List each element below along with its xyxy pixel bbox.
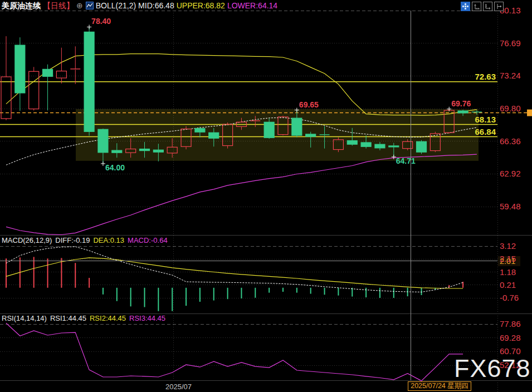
boll-upper-value: UPPER:68.82	[177, 1, 225, 10]
svg-text:2.15: 2.15	[500, 254, 516, 263]
svg-text:73.24: 73.24	[500, 71, 521, 80]
circle-plus-icon[interactable]: ⊕	[76, 1, 83, 10]
svg-text:-0.76: -0.76	[500, 293, 519, 302]
macd-macd-value: MACD:-0.64	[128, 236, 168, 244]
rsi-indicator-label[interactable]: RSI(14,14,14)	[2, 314, 47, 322]
rsi3-value: RSI3:44.45	[129, 314, 165, 322]
macd-indicator-label[interactable]: MACD(26,12,9)	[2, 236, 52, 244]
svg-text:1.18: 1.18	[500, 267, 516, 277]
svg-text:69.28: 69.28	[500, 333, 521, 342]
macd-dea-value: DEA:0.13	[93, 236, 124, 244]
rsi-pane	[6, 323, 463, 381]
svg-text:69.80: 69.80	[500, 104, 521, 113]
gridlines	[0, 11, 532, 392]
time-axis-month-label: 2025/07	[165, 383, 192, 391]
main-header: 美原油连续【日线】⊕BOLL(21,2)MID:66.48UPPER:68.82…	[2, 1, 280, 11]
boll-indicator-label[interactable]: BOLL(21,2)	[96, 1, 136, 10]
chart-app-window: 78.4064.0069.6564.7169.76 2.01 80.1376.6…	[0, 0, 532, 392]
svg-text:76.69: 76.69	[500, 38, 521, 48]
svg-text:3.12: 3.12	[500, 241, 516, 251]
price-axis-scale-icon[interactable]	[472, 2, 481, 11]
rsi2-value: RSI2:44.45	[90, 314, 126, 322]
svg-text:62.92: 62.92	[500, 169, 521, 178]
svg-text:78.40: 78.40	[91, 17, 111, 26]
svg-text:0.21: 0.21	[500, 280, 516, 290]
time-axis-scale-icon[interactable]	[483, 2, 492, 11]
svg-text:69.76: 69.76	[451, 99, 471, 108]
crosshair: 2.01	[0, 11, 520, 380]
rsi-header: RSI(14,14,14)RSI1:44.45RSI2:44.45RSI3:44…	[2, 314, 169, 322]
svg-text:64.00: 64.00	[105, 163, 125, 172]
svg-text:66.84: 66.84	[475, 127, 496, 136]
rsi1-value: RSI1:44.45	[50, 314, 86, 322]
indicator-chart-icon[interactable]	[86, 2, 94, 11]
boll-lower-value: LOWER:64.14	[227, 1, 277, 10]
boll-mid-value: MID:66.48	[138, 1, 174, 10]
crosshair-tool-icon[interactable]	[461, 2, 470, 11]
pan-right-icon[interactable]	[494, 2, 504, 11]
svg-text:66.36: 66.36	[500, 136, 521, 146]
macd-pane	[6, 247, 463, 311]
price-axis-labels: 80.1376.6973.2469.8066.3662.9259.483.122…	[475, 6, 520, 370]
svg-text:68.13: 68.13	[475, 115, 496, 124]
svg-text:69.65: 69.65	[299, 100, 319, 109]
svg-text:59.48: 59.48	[500, 202, 521, 211]
period-label[interactable]: 【日线】	[43, 1, 74, 10]
watermark-fx678: FX678	[454, 354, 531, 383]
svg-text:64.71: 64.71	[396, 156, 416, 165]
svg-text:77.86: 77.86	[500, 319, 521, 329]
svg-text:72.63: 72.63	[475, 72, 496, 81]
symbol-name: 美原油连续	[2, 1, 41, 10]
chart-canvas[interactable]: 78.4064.0069.6564.7169.76 2.01 80.1376.6…	[0, 0, 532, 392]
macd-diff-value: DIFF:-0.19	[55, 236, 90, 244]
chart-toolbar	[461, 2, 504, 11]
macd-header: MACD(26,12,9)DIFF:-0.19DEA:0.13MACD:-0.6…	[2, 236, 171, 244]
